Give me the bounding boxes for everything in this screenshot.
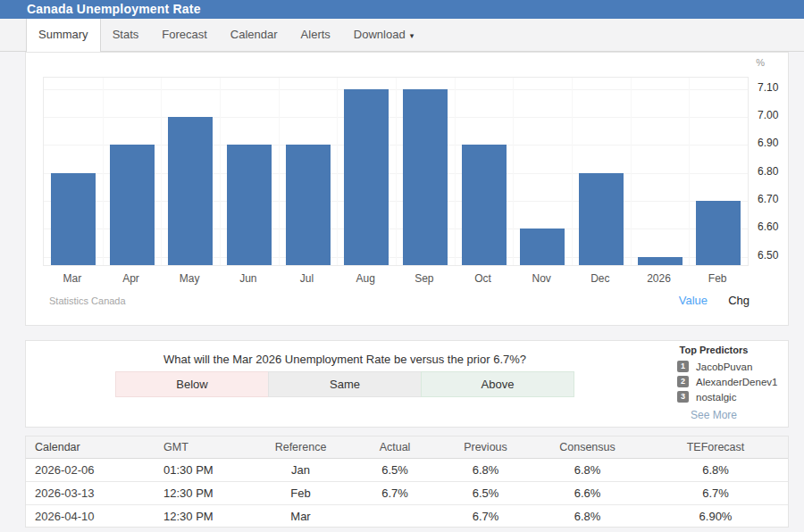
table-cell: 6.7% xyxy=(440,504,532,528)
gridline xyxy=(631,78,632,265)
bar-may xyxy=(168,117,213,265)
table-row: 2026-04-1012:30 PMMar6.7%6.8%6.90% xyxy=(26,504,788,528)
page-title: Canada Unemployment Rate xyxy=(27,0,201,19)
table-cell: 2026-02-06 xyxy=(26,458,153,481)
y-axis-tick-label: 6.50 xyxy=(758,249,797,262)
gridline xyxy=(161,78,162,265)
x-axis-tick-label: Jul xyxy=(278,272,337,285)
chart-source: Statistics Canada xyxy=(49,295,126,306)
table-cell xyxy=(350,504,440,528)
bar-dec xyxy=(579,173,624,265)
predictor-name[interactable]: nostalgic xyxy=(696,392,736,403)
gridline xyxy=(572,78,573,265)
bar-feb xyxy=(696,201,741,265)
y-axis-tick-label: 7.00 xyxy=(758,109,797,121)
value-toggle[interactable]: Value xyxy=(679,294,708,307)
top-predictors-list: 1JacobPuvan2AlexanderDenev13nostalgic xyxy=(656,359,772,404)
tab-download[interactable]: Download▾ xyxy=(342,19,425,51)
table-cell: 6.7% xyxy=(350,481,440,504)
bar-mar xyxy=(51,173,96,265)
predict-below-button[interactable]: Below xyxy=(115,371,269,397)
predict-above-button[interactable]: Above xyxy=(421,371,574,397)
y-axis-unit-label: % xyxy=(756,57,765,68)
tab-calendar[interactable]: Calendar xyxy=(219,19,289,51)
x-axis-tick-label: Apr xyxy=(102,272,161,285)
x-axis-tick-label: Dec xyxy=(571,272,630,285)
table-header-row: CalendarGMTReferenceActualPreviousConsen… xyxy=(26,436,788,458)
gridline xyxy=(337,78,338,265)
x-axis-tick-label: May xyxy=(160,272,219,285)
column-header-previous: Previous xyxy=(440,436,532,458)
prediction-card: What will the Mar 2026 Unemployment Rate… xyxy=(25,340,789,428)
rank-badge: 2 xyxy=(677,376,689,387)
table-cell: 01:30 PM xyxy=(153,458,251,481)
x-axis-tick-label: Sep xyxy=(395,272,454,285)
table-cell: 12:30 PM xyxy=(153,504,251,528)
tab-forecast[interactable]: Forecast xyxy=(150,19,219,51)
gridline xyxy=(220,78,221,265)
table-cell: Jan xyxy=(251,458,350,481)
predictor-row: 2AlexanderDenev1 xyxy=(656,374,772,389)
table-cell: Feb xyxy=(251,481,350,504)
x-axis-tick-label: Feb xyxy=(688,272,747,285)
table-row: 2026-03-1312:30 PMFeb6.7%6.5%6.6%6.7% xyxy=(26,481,788,504)
table-cell: 6.5% xyxy=(350,458,440,481)
prediction-question: What will the Mar 2026 Unemployment Rate… xyxy=(115,353,574,366)
y-axis-tick-label: 6.80 xyxy=(758,165,797,178)
table-cell: 2026-04-10 xyxy=(26,504,153,528)
bar-jul xyxy=(286,145,331,265)
table-cell: 6.90% xyxy=(643,504,788,528)
column-header-teforecast: TEForecast xyxy=(643,436,788,458)
x-axis-tick-label: Jun xyxy=(219,272,278,285)
predictor-name[interactable]: AlexanderDenev1 xyxy=(696,377,777,387)
column-header-gmt: GMT xyxy=(153,436,251,458)
top-predictors: Top Predictors 1JacobPuvan2AlexanderDene… xyxy=(656,345,772,421)
predictor-name[interactable]: JacobPuvan xyxy=(696,362,752,372)
table-cell: 6.8% xyxy=(440,458,532,481)
prediction-options: BelowSameAbove xyxy=(115,371,574,397)
gridline xyxy=(689,78,690,265)
chart-card: % Statistics Canada Value Chg 7.107.006.… xyxy=(25,52,789,326)
calendar-table-card: CalendarGMTReferenceActualPreviousConsen… xyxy=(25,436,789,528)
table-cell: 6.8% xyxy=(643,458,788,481)
bar-sep xyxy=(403,89,448,266)
predict-same-button[interactable]: Same xyxy=(268,371,422,397)
gridline xyxy=(513,78,514,265)
x-axis-tick-label: Oct xyxy=(454,272,513,285)
table-cell: 6.7% xyxy=(643,481,788,504)
rank-badge: 3 xyxy=(677,391,689,403)
rank-badge: 1 xyxy=(677,361,689,372)
y-axis-tick-label: 6.70 xyxy=(758,193,797,205)
bar-2026 xyxy=(638,257,683,265)
column-header-actual: Actual xyxy=(350,436,440,458)
gridline xyxy=(279,78,280,265)
gridline xyxy=(396,78,397,265)
y-axis-tick-label: 6.90 xyxy=(758,137,797,149)
bar-aug xyxy=(344,89,389,266)
table-cell: 12:30 PM xyxy=(153,481,251,504)
gridline xyxy=(103,78,104,265)
chevron-down-icon: ▾ xyxy=(410,31,415,40)
column-header-calendar: Calendar xyxy=(26,436,153,458)
bar-oct xyxy=(462,145,507,265)
bar-apr xyxy=(110,145,155,265)
tab-bar: SummaryStatsForecastCalendarAlertsDownlo… xyxy=(0,19,804,52)
x-axis-tick-label: Aug xyxy=(336,272,395,285)
tab-alerts[interactable]: Alerts xyxy=(289,19,342,51)
column-header-reference: Reference xyxy=(251,436,350,458)
top-predictors-title: Top Predictors xyxy=(656,345,772,355)
calendar-table: CalendarGMTReferenceActualPreviousConsen… xyxy=(26,436,788,528)
predictor-row: 3nostalgic xyxy=(656,389,772,404)
gridline xyxy=(455,78,456,265)
page-header: Canada Unemployment Rate xyxy=(0,0,804,19)
x-axis-tick-label: 2026 xyxy=(630,272,689,285)
column-header-consensus: Consensus xyxy=(532,436,643,458)
table-cell: 6.6% xyxy=(532,481,643,504)
see-more-link[interactable]: See More xyxy=(656,409,772,421)
bar-nov xyxy=(520,229,565,265)
chart-plot xyxy=(43,77,749,266)
chg-toggle[interactable]: Chg xyxy=(728,294,750,307)
tab-summary[interactable]: Summary xyxy=(26,19,101,52)
tab-stats[interactable]: Stats xyxy=(101,19,151,51)
predictor-row: 1JacobPuvan xyxy=(656,359,772,374)
